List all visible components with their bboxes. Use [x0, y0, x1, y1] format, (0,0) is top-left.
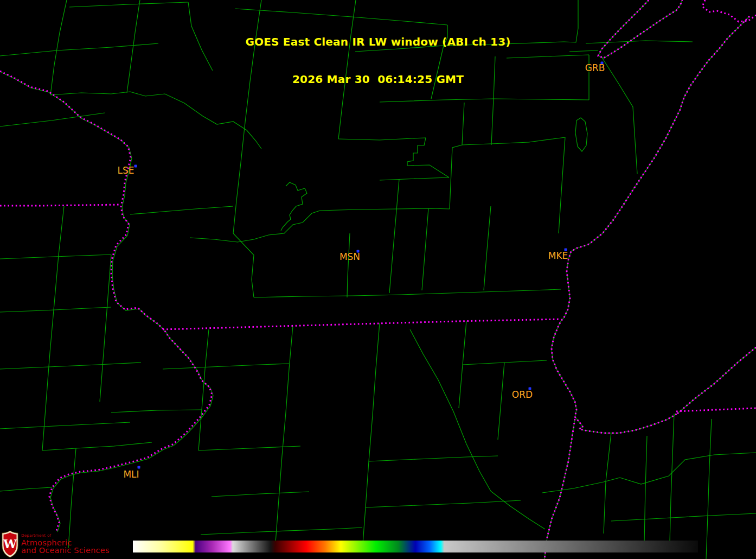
county-line	[42, 442, 152, 450]
county-line	[389, 179, 399, 293]
county-line	[233, 233, 254, 297]
county-line	[127, 0, 140, 93]
county-line	[0, 487, 52, 491]
uw-crest-icon: W	[2, 530, 18, 558]
station-label-msn: MSN	[339, 251, 360, 262]
county-line	[0, 113, 105, 126]
state-border-dotted-line	[552, 16, 749, 417]
county-line	[601, 56, 637, 174]
county-line	[42, 206, 64, 450]
county-line	[198, 446, 300, 450]
logo-department-line: Department of	[21, 534, 110, 538]
county-line	[542, 453, 756, 493]
county-line	[1, 72, 213, 532]
county-line	[201, 528, 362, 535]
county-line	[369, 456, 498, 461]
state-border-dotted-line	[163, 319, 561, 329]
county-line	[491, 491, 545, 529]
county-line	[347, 233, 350, 297]
county-line	[644, 436, 647, 543]
county-line	[380, 177, 449, 180]
state-border-dotted-line	[0, 205, 121, 206]
county-line	[100, 255, 111, 402]
county-line	[552, 16, 756, 433]
county-line	[111, 410, 202, 412]
county-line	[380, 99, 589, 102]
crest-letter: W	[3, 537, 17, 551]
county-line	[254, 289, 561, 297]
county-line	[422, 208, 428, 290]
county-line	[670, 414, 674, 543]
county-line	[366, 500, 521, 507]
county-line	[462, 137, 565, 145]
aos-logo-text: Department of Atmospheric and Oceanic Sc…	[21, 534, 110, 554]
county-line	[484, 206, 491, 290]
county-line	[190, 211, 320, 242]
county-line	[50, 92, 261, 149]
county-line	[362, 323, 380, 551]
station-label-ord: ORD	[512, 389, 533, 400]
county-line	[463, 360, 547, 365]
state-border-dotted-line	[0, 71, 212, 531]
county-line	[564, 0, 578, 42]
state-border-dotted-line	[702, 0, 756, 22]
aos-logo: W Department of Atmospheric and Oceanic …	[2, 530, 110, 558]
county-line	[355, 42, 564, 52]
state-border-dotted-line	[676, 408, 756, 411]
station-label-mli: MLI	[123, 469, 139, 480]
state-borders	[0, 0, 756, 559]
county-line	[611, 513, 756, 521]
county-line	[0, 43, 158, 56]
state-border-dotted-line	[575, 414, 677, 433]
county-line	[50, 0, 67, 95]
county-line	[498, 363, 504, 440]
county-line	[559, 137, 565, 233]
county-line	[188, 2, 213, 71]
county-line	[450, 103, 464, 209]
county-line	[212, 492, 309, 497]
county-line	[69, 2, 188, 7]
station-dot-lse	[134, 165, 137, 168]
county-line	[198, 329, 209, 450]
county-line	[338, 138, 426, 140]
ir-enhancement-colorbar	[133, 541, 698, 552]
county-line	[431, 25, 447, 99]
county-line	[586, 41, 693, 43]
county-line	[163, 364, 289, 369]
county-line	[0, 363, 141, 369]
logo-line1: Atmospheric	[21, 539, 110, 547]
county-line	[407, 138, 449, 177]
county-line	[410, 329, 491, 491]
county-line	[276, 326, 293, 543]
county-line	[507, 55, 589, 58]
county-line	[130, 206, 233, 214]
county-lines	[0, 0, 756, 559]
county-line	[491, 56, 495, 145]
station-label-mke: MKE	[548, 250, 568, 261]
county-line	[338, 0, 356, 139]
map-canvas	[0, 0, 756, 559]
county-line	[233, 0, 261, 233]
logo-line2: and Oceanic Sciences	[21, 547, 110, 554]
county-line	[235, 9, 447, 25]
county-line	[0, 307, 111, 312]
state-border-dotted-line	[598, 0, 682, 58]
county-line	[575, 118, 587, 151]
county-line	[604, 433, 611, 533]
station-label-lse: LSE	[117, 165, 134, 176]
station-dot-mli	[138, 466, 140, 469]
county-line	[706, 419, 712, 559]
county-line	[281, 182, 307, 231]
station-label-grb: GRB	[585, 62, 605, 73]
county-line	[569, 50, 598, 52]
county-line	[320, 208, 450, 211]
county-line	[0, 255, 111, 259]
county-line	[0, 422, 130, 429]
satellite-display: GRBLSEMSNMKEORDMLI GOES East Clean IR LW…	[0, 0, 756, 559]
